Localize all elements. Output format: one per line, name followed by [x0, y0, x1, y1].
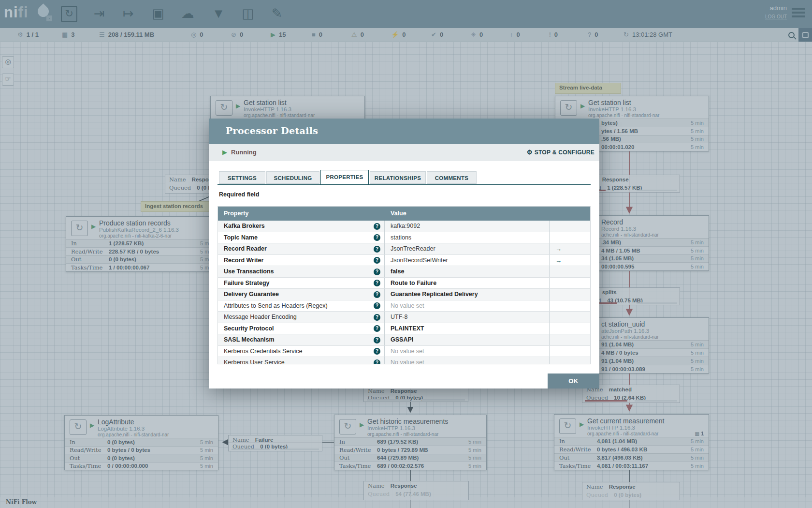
column-property: Property [218, 207, 385, 221]
help-icon[interactable]: ? [374, 234, 380, 241]
run-status-text: Running [231, 149, 257, 156]
tab-relationships[interactable]: RELATIONSHIPS [370, 171, 426, 184]
help-icon[interactable]: ? [374, 325, 380, 332]
table-row[interactable]: Use Transactions? false [218, 266, 590, 278]
dialog-status-row: ▶ Running ⚙STOP & CONFIGURE [209, 144, 599, 161]
table-row[interactable]: Record Writer? JsonRecordSetWriter → [218, 255, 590, 267]
gear-icon: ⚙ [527, 149, 533, 156]
go-to-service-icon[interactable]: → [555, 243, 562, 255]
table-row[interactable]: Delivery Guarantee? Guarantee Replicated… [218, 289, 590, 300]
table-header: Property Value [218, 207, 590, 221]
table-row[interactable]: Kafka Brokers? kafka:9092 [218, 221, 590, 232]
help-icon[interactable]: ? [374, 257, 380, 264]
help-icon[interactable]: ? [374, 359, 380, 365]
go-to-service-icon[interactable]: → [555, 255, 562, 267]
tab-comments[interactable]: COMMENTS [427, 171, 477, 184]
tab-properties[interactable]: PROPERTIES [320, 170, 369, 185]
dialog-header: Processor Details [209, 119, 599, 144]
stop-and-configure-button[interactable]: ⚙STOP & CONFIGURE [527, 149, 594, 156]
column-value: Value [385, 207, 550, 221]
table-row[interactable]: SASL Mechanism? GSSAPI [218, 334, 590, 346]
table-row[interactable]: Topic Name? stations [218, 232, 590, 244]
table-row-partial[interactable]: Kerberos User Service? No value set [218, 357, 590, 364]
processor-details-dialog: Processor Details ▶ Running ⚙STOP & CONF… [209, 119, 599, 388]
help-icon[interactable]: ? [374, 223, 380, 230]
help-icon[interactable]: ? [374, 269, 380, 275]
help-icon[interactable]: ? [374, 280, 380, 286]
dialog-tabs: SETTINGS SCHEDULING PROPERTIES RELATIONS… [219, 170, 477, 185]
table-row[interactable]: Attributes to Send as Headers (Regex)? N… [218, 300, 590, 312]
help-icon[interactable]: ? [374, 348, 380, 355]
required-field-note: Required field [219, 191, 259, 198]
dialog-title: Processor Details [226, 125, 318, 136]
help-icon[interactable]: ? [374, 246, 380, 253]
help-icon[interactable]: ? [374, 337, 380, 344]
ok-button[interactable]: OK [548, 374, 599, 388]
tab-scheduling[interactable]: SCHEDULING [266, 171, 319, 184]
table-row[interactable]: Record Reader? JsonTreeReader → [218, 243, 590, 255]
nifi-app: nifi ↻ ⇥ ↦ ▣ ☁ ▼ ◫ ✎ admin LOG OUT ⚙1 / … [0, 0, 812, 508]
table-row[interactable]: Message Header Encoding? UTF-8 [218, 312, 590, 323]
table-row[interactable]: Kerberos Credentials Service? No value s… [218, 346, 590, 358]
tab-settings[interactable]: SETTINGS [219, 171, 265, 184]
help-icon[interactable]: ? [374, 291, 380, 298]
properties-table: Property Value Kafka Brokers? kafka:9092… [218, 206, 591, 364]
table-row[interactable]: Failure Strategy? Route to Failure [218, 278, 590, 289]
help-icon[interactable]: ? [374, 314, 380, 321]
help-icon[interactable]: ? [374, 302, 380, 309]
table-row[interactable]: Security Protocol? PLAINTEXT [218, 323, 590, 335]
running-icon: ▶ [222, 149, 227, 156]
